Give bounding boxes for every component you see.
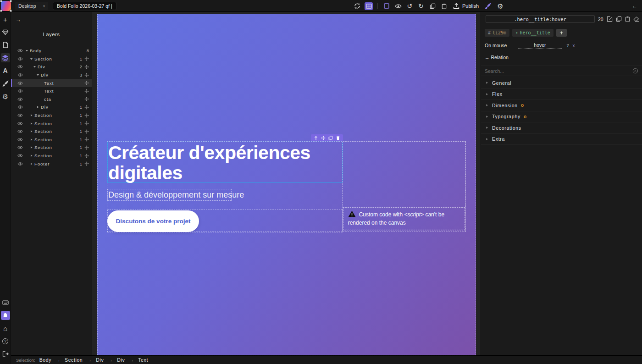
layer-row-section[interactable]: Section 1 — [11, 55, 92, 63]
caret-right-icon[interactable] — [36, 105, 40, 109]
refresh-icon[interactable] — [353, 2, 361, 10]
state-clear-icon[interactable]: x — [572, 43, 575, 48]
caret-right-icon[interactable] — [29, 146, 33, 149]
grid-view-icon[interactable] — [365, 2, 373, 10]
search-input[interactable]: Search... — [485, 68, 504, 74]
select-parent-icon[interactable] — [314, 136, 318, 140]
class-tag-chip[interactable]: • hero__title — [512, 29, 553, 37]
section-typography[interactable]: Typography o — [481, 111, 642, 123]
layer-row-section[interactable]: Section 1 — [11, 111, 92, 120]
search-clear-icon[interactable] — [632, 68, 638, 74]
delete-component-icon[interactable] — [336, 136, 340, 140]
breadcrumb-div[interactable]: Div — [96, 357, 104, 363]
copy-styles-icon[interactable] — [616, 16, 622, 22]
move-handle-icon[interactable] — [84, 137, 89, 142]
eye-icon[interactable] — [17, 105, 23, 109]
settings-gears-icon[interactable]: ⚙ — [1, 92, 10, 101]
layers-panel-icon[interactable] — [1, 53, 10, 62]
eye-icon[interactable] — [17, 89, 23, 93]
add-class-button[interactable]: + — [556, 29, 567, 37]
hero-right-column[interactable]: Custom code with <script> can't be rende… — [342, 142, 465, 231]
layer-row-text-selected[interactable]: Text — [11, 79, 92, 87]
caret-right-icon[interactable] — [29, 122, 33, 125]
redo-icon[interactable]: ↻ — [417, 2, 425, 10]
eye-icon[interactable] — [17, 57, 23, 61]
breadcrumb-section[interactable]: Section — [65, 357, 83, 363]
layer-row-section[interactable]: Section 1 — [11, 119, 92, 127]
eye-icon[interactable] — [17, 97, 23, 101]
layer-row-footer[interactable]: Footer 1 — [11, 160, 92, 168]
edit-pencil-icon[interactable] — [607, 16, 613, 22]
pages-doc-icon[interactable] — [1, 40, 10, 50]
layer-row-section[interactable]: Section 1 — [11, 127, 92, 136]
move-handle-icon[interactable] — [84, 113, 89, 118]
eraser-icon[interactable] — [633, 17, 639, 22]
move-handle-icon[interactable] — [84, 65, 89, 69]
layer-row-section[interactable]: Section 1 — [11, 143, 92, 152]
caret-right-icon[interactable] — [29, 138, 33, 141]
settings-gear-icon[interactable]: ⚙ — [496, 2, 504, 10]
hero-title-text[interactable]: Créateur d'expériences digitales — [108, 142, 342, 183]
eye-icon[interactable] — [17, 145, 23, 149]
move-handle-icon[interactable] — [84, 105, 89, 110]
layer-row-section[interactable]: Section 1 — [11, 152, 92, 160]
layer-row-section[interactable]: Section 1 — [11, 136, 92, 144]
section-general[interactable]: General — [481, 77, 642, 89]
assets-gem-icon[interactable] — [1, 28, 10, 37]
eye-icon[interactable] — [17, 121, 23, 126]
move-handle-icon[interactable] — [84, 89, 89, 94]
layer-row-body[interactable]: Body 8 — [11, 47, 92, 55]
move-handle-icon[interactable] — [84, 129, 89, 134]
hero-container-div[interactable]: Créateur d'expériences digitales Design … — [107, 141, 466, 232]
layer-row-cta[interactable]: cta — [11, 95, 92, 104]
relation-link[interactable]: → Relation — [481, 49, 642, 66]
home-icon[interactable]: ⌂ — [1, 324, 10, 333]
hero-left-column[interactable]: Créateur d'expériences digitales Design … — [107, 142, 342, 232]
eye-icon[interactable] — [17, 162, 23, 166]
hero-subtitle-box[interactable]: Design & développement sur mesure — [107, 189, 232, 201]
state-select[interactable]: hover — [518, 42, 562, 49]
move-handle-icon[interactable] — [84, 81, 89, 85]
layer-row-div[interactable]: Div 3 — [11, 71, 92, 79]
hero-subtitle-text[interactable]: Design & développement sur mesure — [108, 190, 244, 200]
eye-icon[interactable] — [17, 73, 23, 77]
move-handle-icon[interactable] — [84, 56, 89, 61]
move-handle-icon[interactable] — [84, 121, 89, 126]
move-handle-icon[interactable] — [84, 97, 89, 101]
move-handle-icon[interactable] — [84, 161, 89, 166]
caret-down-icon[interactable] — [25, 49, 29, 52]
caret-right-icon[interactable] — [29, 114, 33, 117]
caret-down-icon[interactable] — [29, 57, 33, 61]
custom-code-warning[interactable]: Custom code with <script> can't be rende… — [343, 207, 465, 230]
collapse-panel-arrow-icon[interactable]: → — [16, 17, 21, 23]
state-help-icon[interactable]: ? — [566, 43, 569, 48]
eye-icon[interactable] — [17, 113, 23, 117]
keyboard-shortcuts-icon[interactable] — [1, 298, 10, 307]
collapse-right-panel-icon[interactable]: ← — [632, 0, 637, 12]
canvas-frame[interactable]: Créateur d'expériences digitales Design … — [97, 14, 476, 355]
help-icon[interactable]: ? — [1, 336, 10, 346]
caret-down-icon[interactable] — [33, 65, 37, 68]
project-title-field[interactable]: Bold Folio 2026-03-27 qf | — [53, 2, 116, 10]
move-handle-icon[interactable] — [84, 73, 89, 77]
eye-icon[interactable] — [17, 154, 23, 158]
copy-icon[interactable] — [428, 2, 437, 10]
section-extra[interactable]: Extra — [481, 134, 642, 145]
id-tag-chip[interactable]: # li29m — [485, 29, 509, 37]
device-selector[interactable]: Desktop ▾ — [15, 2, 48, 10]
hero-title-selected-box[interactable]: Créateur d'expériences digitales — [107, 142, 343, 183]
breadcrumb-text[interactable]: Text — [138, 357, 148, 363]
caret-right-icon[interactable] — [29, 130, 33, 133]
layer-row-div[interactable]: Div 1 — [11, 103, 92, 111]
app-logo[interactable] — [1, 1, 11, 11]
eye-icon[interactable] — [17, 129, 23, 133]
layer-row-div[interactable]: Div 2 — [11, 63, 92, 71]
move-handle-icon[interactable] — [84, 145, 89, 150]
breadcrumb-body[interactable]: Body — [39, 357, 51, 363]
paste-icon[interactable] — [440, 2, 448, 10]
paste-styles-icon[interactable] — [625, 16, 630, 22]
section-flex[interactable]: Flex — [481, 89, 642, 100]
preview-eye-icon[interactable] — [394, 2, 402, 10]
borders-toggle-icon[interactable] — [382, 2, 391, 10]
duplicate-component-icon[interactable] — [328, 136, 333, 140]
